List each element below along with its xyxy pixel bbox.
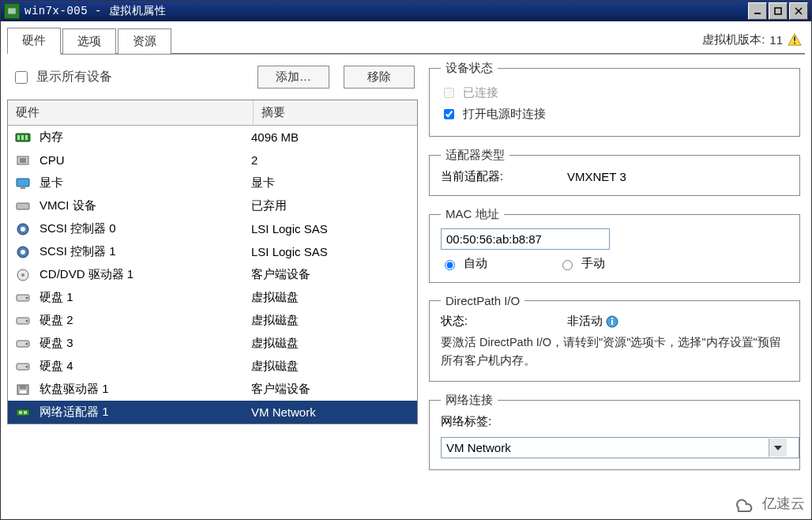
mac-address-group: MAC 地址 自动 手动 xyxy=(429,207,800,283)
hardware-row[interactable]: CD/DVD 驱动器 1客户端设备 xyxy=(8,263,417,286)
mac-auto-label: 自动 xyxy=(464,256,487,271)
hardware-row[interactable]: 软盘驱动器 1客户端设备 xyxy=(8,378,417,401)
mac-address-legend: MAC 地址 xyxy=(441,207,504,222)
mac-manual-input[interactable] xyxy=(562,260,573,270)
titlebar: win7x-005 - 虚拟机属性 xyxy=(1,1,811,21)
show-all-devices-checkbox[interactable]: 显示所有设备 xyxy=(12,69,112,86)
hardware-name: 网络适配器 1 xyxy=(39,405,109,420)
svg-rect-29 xyxy=(775,8,781,14)
minimize-button[interactable] xyxy=(748,2,767,20)
hardware-summary: 已弃用 xyxy=(243,198,417,213)
directpath-group: DirectPath I/O 状态: 非活动 要激活 DirectPath I/… xyxy=(429,294,800,382)
mac-auto-input[interactable] xyxy=(445,260,455,270)
scsi-icon xyxy=(14,222,32,236)
warning-icon xyxy=(788,32,802,47)
connected-checkbox xyxy=(444,88,454,98)
hardware-row[interactable]: 硬盘 1虚拟磁盘 xyxy=(8,286,417,309)
hardware-row[interactable]: 显卡显卡 xyxy=(8,171,417,194)
vm-version-label: 虚拟机版本: xyxy=(702,32,765,47)
add-button[interactable]: 添加… xyxy=(258,66,329,89)
vmci-icon xyxy=(14,199,32,213)
hardware-name: CPU xyxy=(39,153,65,167)
tab-hardware[interactable]: 硬件 xyxy=(7,28,61,55)
network-label-label: 网络标签: xyxy=(441,414,788,429)
hardware-name: 显卡 xyxy=(39,175,63,190)
tab-resources[interactable]: 资源 xyxy=(118,28,171,54)
hardware-name: VMCI 设备 xyxy=(39,198,96,213)
hardware-name: CD/DVD 驱动器 1 xyxy=(39,267,133,282)
mac-manual-radio[interactable]: 手动 xyxy=(558,256,605,271)
network-connection-group: 网络连接 网络标签: xyxy=(429,393,800,470)
hardware-row[interactable]: 内存4096 MB xyxy=(8,126,417,149)
floppy-icon xyxy=(14,382,32,397)
hardware-summary: LSI Logic SAS xyxy=(243,222,417,236)
directpath-legend: DirectPath I/O xyxy=(441,294,524,307)
mac-manual-label: 手动 xyxy=(581,256,605,271)
hardware-summary: 客户端设备 xyxy=(243,382,417,397)
cloud-icon xyxy=(731,494,757,513)
hardware-name: 硬盘 4 xyxy=(39,359,73,374)
connect-on-power-checkbox[interactable] xyxy=(444,109,454,119)
show-all-devices-input[interactable] xyxy=(15,71,28,84)
hardware-row[interactable]: SCSI 控制器 1LSI Logic SAS xyxy=(8,240,417,263)
mac-address-input[interactable] xyxy=(441,228,610,250)
memory-icon xyxy=(14,130,32,145)
window-buttons xyxy=(746,2,808,20)
hardware-summary: 虚拟磁盘 xyxy=(243,336,417,351)
hardware-summary: VM Network xyxy=(243,405,417,419)
col-summary: 摘要 xyxy=(254,100,417,125)
hardware-summary: 虚拟磁盘 xyxy=(243,313,417,328)
scsi-icon xyxy=(14,245,32,259)
disk-icon xyxy=(14,291,32,305)
close-button[interactable] xyxy=(789,2,808,20)
hardware-name: 硬盘 2 xyxy=(39,313,73,328)
col-hardware: 硬件 xyxy=(8,100,254,125)
disk-icon xyxy=(14,314,32,328)
disk-icon xyxy=(14,337,32,351)
nic-icon xyxy=(14,405,32,420)
directpath-status-value: 非活动 xyxy=(567,314,603,327)
watermark: 亿速云 xyxy=(731,494,805,513)
hardware-row[interactable]: VMCI 设备已弃用 xyxy=(8,194,417,217)
hardware-list: 硬件 摘要 内存4096 MBCPU2显卡显卡VMCI 设备已弃用SCSI 控制… xyxy=(7,100,418,424)
window-title: win7x-005 - 虚拟机属性 xyxy=(24,4,746,18)
hardware-summary: LSI Logic SAS xyxy=(243,245,417,258)
device-status-group: 设备状态 已连接 打开电源时连接 xyxy=(429,61,800,137)
hardware-summary: 客户端设备 xyxy=(243,267,417,282)
hardware-name: SCSI 控制器 1 xyxy=(39,244,116,259)
cddvd-icon xyxy=(14,268,32,282)
network-label-select[interactable] xyxy=(441,437,799,458)
hardware-row[interactable]: 网络适配器 1VM Network xyxy=(8,401,417,424)
hardware-row[interactable]: 硬盘 4虚拟磁盘 xyxy=(8,355,417,378)
hardware-row[interactable]: 硬盘 3虚拟磁盘 xyxy=(8,332,417,355)
tab-options[interactable]: 选项 xyxy=(62,28,116,54)
hardware-summary: 虚拟磁盘 xyxy=(243,290,417,305)
hardware-summary: 虚拟磁盘 xyxy=(243,359,417,374)
connected-label: 已连接 xyxy=(463,85,498,100)
hardware-row[interactable]: 硬盘 2虚拟磁盘 xyxy=(8,309,417,332)
directpath-status-label: 状态: xyxy=(441,314,567,329)
hardware-name: 硬盘 1 xyxy=(39,290,73,305)
display-icon xyxy=(14,176,32,190)
hardware-name: SCSI 控制器 0 xyxy=(39,221,116,236)
hardware-name: 硬盘 3 xyxy=(39,336,73,351)
hardware-summary: 2 xyxy=(243,153,417,167)
maximize-button[interactable] xyxy=(769,2,788,20)
adapter-type-label: 当前适配器: xyxy=(441,169,567,184)
hardware-row[interactable]: CPU2 xyxy=(8,149,417,171)
watermark-text: 亿速云 xyxy=(762,494,805,513)
hardware-name: 内存 xyxy=(39,130,63,145)
show-all-devices-label: 显示所有设备 xyxy=(36,69,112,85)
svg-rect-27 xyxy=(8,8,16,13)
hardware-list-header: 硬件 摘要 xyxy=(8,100,417,126)
adapter-type-group: 适配器类型 当前适配器: VMXNET 3 xyxy=(429,148,800,196)
hardware-row[interactable]: SCSI 控制器 0LSI Logic SAS xyxy=(8,217,417,240)
adapter-type-legend: 适配器类型 xyxy=(441,148,509,163)
mac-auto-radio[interactable]: 自动 xyxy=(441,256,487,271)
remove-button[interactable]: 移除 xyxy=(344,66,415,89)
connect-on-power-label: 打开电源时连接 xyxy=(463,107,546,122)
disk-icon xyxy=(14,360,32,374)
svg-rect-28 xyxy=(754,13,761,14)
hardware-summary: 显卡 xyxy=(243,175,417,190)
hardware-summary: 4096 MB xyxy=(243,130,417,144)
